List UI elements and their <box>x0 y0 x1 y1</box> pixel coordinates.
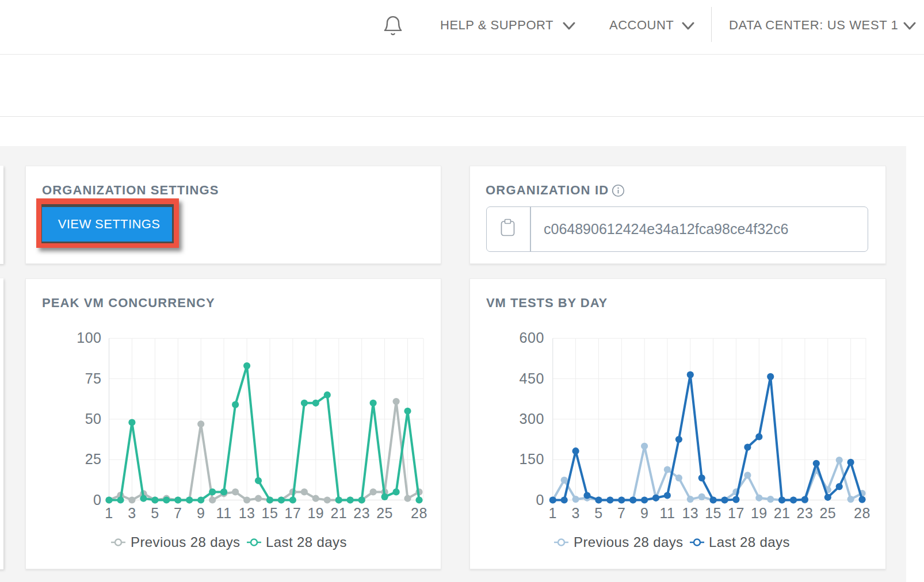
svg-text:1: 1 <box>549 505 557 521</box>
svg-text:450: 450 <box>520 370 544 386</box>
svg-text:9: 9 <box>640 505 648 521</box>
svg-text:15: 15 <box>705 505 721 521</box>
svg-text:50: 50 <box>85 411 102 427</box>
svg-text:Previous 28 days: Previous 28 days <box>131 534 240 550</box>
svg-text:28: 28 <box>854 505 870 521</box>
svg-text:Previous 28 days: Previous 28 days <box>574 534 684 550</box>
svg-text:25: 25 <box>376 505 393 521</box>
svg-text:7: 7 <box>617 505 625 521</box>
svg-text:100: 100 <box>77 330 101 346</box>
svg-text:9: 9 <box>197 505 205 521</box>
svg-text:3: 3 <box>128 505 136 521</box>
svg-text:19: 19 <box>307 505 324 521</box>
svg-text:13: 13 <box>239 505 255 521</box>
svg-text:0: 0 <box>93 492 101 508</box>
svg-text:150: 150 <box>520 451 544 467</box>
svg-text:28: 28 <box>411 505 427 521</box>
svg-text:5: 5 <box>151 505 159 521</box>
svg-text:17: 17 <box>284 505 301 521</box>
svg-text:3: 3 <box>571 505 579 521</box>
svg-text:13: 13 <box>682 505 698 521</box>
svg-text:Last 28 days: Last 28 days <box>266 534 347 550</box>
svg-text:25: 25 <box>85 451 102 467</box>
svg-text:75: 75 <box>85 370 102 386</box>
svg-text:11: 11 <box>659 505 675 521</box>
svg-text:21: 21 <box>330 505 347 521</box>
svg-text:17: 17 <box>728 505 744 521</box>
svg-text:23: 23 <box>353 505 370 521</box>
svg-text:19: 19 <box>751 505 768 521</box>
svg-text:25: 25 <box>819 505 836 521</box>
svg-text:7: 7 <box>174 505 182 521</box>
svg-text:300: 300 <box>520 411 544 427</box>
svg-text:600: 600 <box>520 330 544 346</box>
svg-text:5: 5 <box>594 505 602 521</box>
svg-text:15: 15 <box>262 505 278 521</box>
svg-text:Last 28 days: Last 28 days <box>709 534 790 550</box>
svg-text:1: 1 <box>105 505 113 521</box>
svg-text:21: 21 <box>774 505 791 521</box>
svg-text:23: 23 <box>796 505 813 521</box>
svg-text:0: 0 <box>536 492 544 508</box>
svg-text:11: 11 <box>216 505 232 521</box>
